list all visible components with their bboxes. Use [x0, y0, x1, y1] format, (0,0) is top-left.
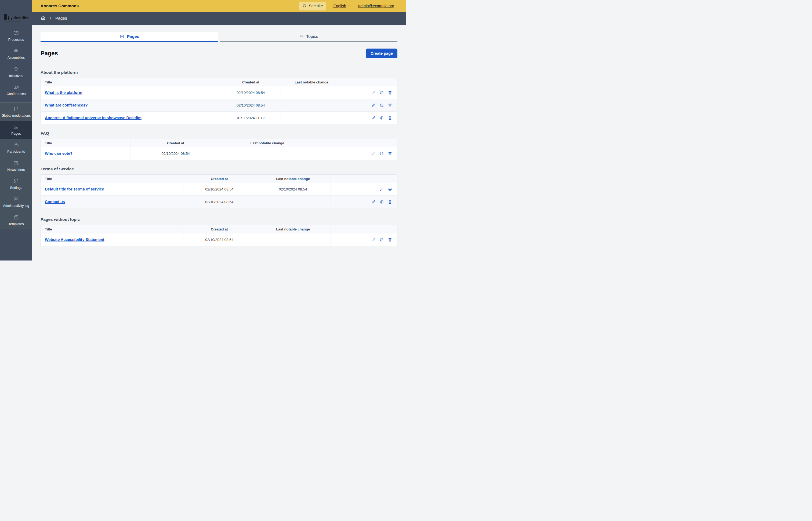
preview-icon	[302, 3, 307, 8]
sidebar-item-processes[interactable]: Processes	[0, 27, 32, 45]
tab-bar: PagesTopics	[41, 32, 398, 42]
table-row: What is the platform 02/10/2024 08:54	[41, 86, 398, 99]
delete-button[interactable]	[388, 90, 392, 95]
page-link[interactable]: Default title for Terms of service	[45, 187, 104, 191]
create-page-button[interactable]: Create page	[366, 49, 398, 58]
home-icon	[41, 15, 46, 20]
tab-pages[interactable]: Pages	[41, 32, 218, 42]
page-link[interactable]: Annares: A fictionnal universe to showca…	[45, 116, 142, 120]
chevron-down-icon	[348, 4, 351, 8]
preview-button[interactable]	[388, 187, 392, 191]
edit-button[interactable]	[371, 90, 376, 95]
copy-icon	[13, 214, 19, 220]
page-link[interactable]: Website Accessibility Statement	[45, 237, 104, 242]
topbar: Annares Commons See site English admin@e…	[32, 0, 406, 12]
section-faq: FAQ Title Created at Last notable change…	[41, 131, 398, 160]
sidebar-item-templates[interactable]: Templates	[0, 211, 32, 229]
row-actions	[314, 147, 398, 160]
preview-button[interactable]	[379, 200, 384, 204]
sidebar-item-label: Global moderations	[2, 114, 30, 117]
delete-icon	[388, 116, 392, 120]
page-link[interactable]: Contact us	[45, 200, 65, 204]
preview-button[interactable]	[379, 90, 384, 95]
account-menu[interactable]: admin@example.org	[358, 4, 399, 8]
sidebar-item-admin-activity-log[interactable]: Admin activity log	[0, 193, 32, 211]
see-site-button[interactable]: See site	[299, 2, 326, 10]
pages-table: Title Created at Last notable change Web…	[41, 225, 398, 246]
sidebar-item-conferences[interactable]: Conferences	[0, 81, 32, 99]
sidebar-item-pages[interactable]: Pages	[0, 121, 32, 139]
edit-button[interactable]	[371, 151, 376, 156]
sidebar-item-participants[interactable]: Participants	[0, 139, 32, 157]
edit-button[interactable]	[371, 116, 376, 120]
created-at-cell: 02/10/2024 08:54	[184, 196, 255, 208]
section-heading: FAQ	[41, 131, 398, 136]
main-column: Annares Commons See site English admin@e…	[32, 0, 406, 260]
delete-button[interactable]	[388, 103, 392, 108]
group-icon	[13, 142, 19, 148]
preview-button[interactable]	[379, 151, 384, 156]
table-row: Annares: A fictionnal universe to showca…	[41, 112, 398, 124]
section-terms-of-service: Terms of Service Title Created at Last n…	[41, 166, 398, 208]
breadcrumb-home-link[interactable]	[41, 15, 46, 21]
decidim-admin-app: decidim free open-source democracy Proce…	[0, 0, 406, 260]
preview-button[interactable]	[379, 116, 384, 120]
preview-icon	[379, 90, 384, 95]
sidebar-item-newsletters[interactable]: Newsletters	[0, 157, 32, 175]
preview-button[interactable]	[379, 103, 384, 108]
sidebar-item-label: Templates	[8, 222, 24, 226]
preview-button[interactable]	[379, 237, 384, 242]
delete-button[interactable]	[388, 116, 392, 120]
last-change-cell	[255, 196, 330, 208]
row-actions	[330, 233, 397, 246]
sections: About the platform Title Created at Last…	[41, 70, 398, 246]
breadcrumb-separator: /	[50, 16, 51, 20]
site-name: Annares Commons	[41, 3, 79, 8]
lightbulb-icon	[13, 66, 19, 72]
column-title: Title	[41, 175, 184, 183]
edit-button[interactable]	[371, 200, 376, 204]
column-created-at: Created at	[184, 175, 255, 183]
tab-topics[interactable]: Topics	[220, 32, 398, 42]
delete-button[interactable]	[388, 237, 392, 242]
tools-icon	[13, 178, 19, 184]
account-label: admin@example.org	[358, 4, 394, 8]
sidebar-item-global-moderations[interactable]: Global moderations	[0, 103, 32, 121]
edit-button[interactable]	[379, 187, 384, 191]
article-icon	[299, 35, 304, 39]
edit-icon	[379, 187, 384, 191]
table-header-row: Title Created at Last notable change	[41, 175, 398, 183]
section-pages-without-topic: Pages without topic Title Created at Las…	[41, 217, 398, 246]
row-actions	[342, 112, 398, 124]
title-divider	[41, 63, 398, 63]
last-change-cell	[255, 233, 330, 246]
language-menu[interactable]: English	[333, 4, 351, 8]
edit-button[interactable]	[371, 103, 376, 108]
article-icon	[13, 124, 19, 130]
page-link[interactable]: What are conferences?	[45, 103, 88, 107]
title-cell: What is the platform	[41, 86, 221, 99]
page-header: Pages Create page	[41, 49, 398, 58]
preview-icon	[379, 116, 384, 120]
decidim-logo[interactable]: decidim free open-source democracy	[0, 0, 32, 25]
table-header-row: Title Created at Last notable change	[41, 139, 398, 147]
page-link[interactable]: What is the platform	[45, 90, 82, 95]
column-last-change: Last notable change	[255, 225, 330, 233]
chevron-down-icon	[348, 4, 351, 7]
title-cell: Annares: A fictionnal universe to showca…	[41, 112, 221, 124]
breadcrumb: / Pages	[32, 12, 406, 25]
delete-button[interactable]	[388, 151, 392, 156]
delete-icon	[388, 90, 392, 95]
sidebar-item-settings[interactable]: Settings	[0, 175, 32, 193]
row-actions	[330, 183, 397, 196]
column-last-change: Last notable change	[281, 78, 342, 86]
column-created-at: Created at	[184, 225, 255, 233]
sidebar-item-assemblies[interactable]: Assemblies	[0, 45, 32, 63]
title-cell: Who can vote?	[41, 147, 131, 160]
page-link[interactable]: Who can vote?	[45, 151, 72, 156]
edit-button[interactable]	[371, 237, 376, 242]
column-last-change: Last notable change	[255, 175, 330, 183]
table-header-row: Title Created at Last notable change	[41, 78, 398, 86]
delete-button[interactable]	[388, 200, 392, 204]
sidebar-item-initiatives[interactable]: Initiatives	[0, 63, 32, 81]
